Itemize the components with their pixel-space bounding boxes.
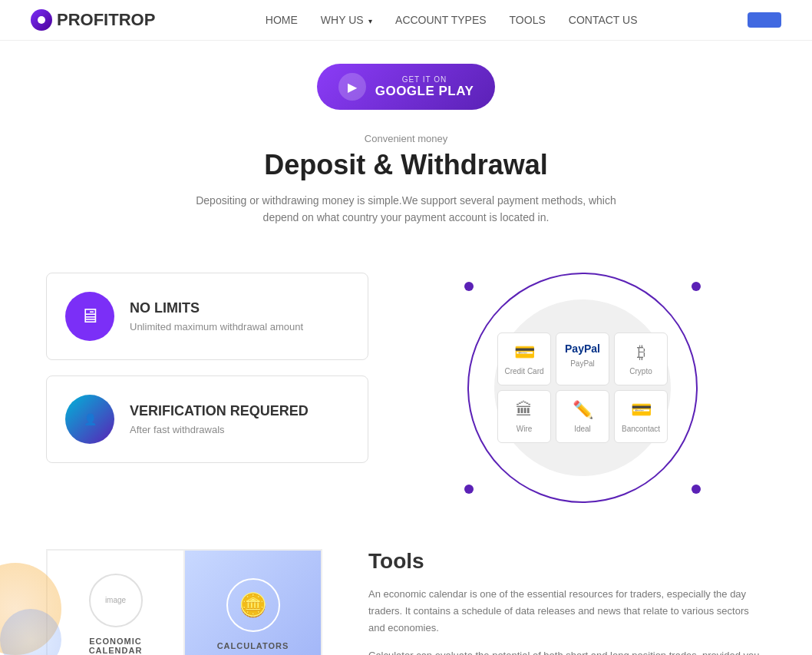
no-limits-icon: 🖥 — [65, 292, 114, 341]
nav-links: HOME WHY US ▾ ACCOUNT TYPES TOOLS CONTAC… — [266, 13, 638, 27]
tools-para-1: An economic calendar is one of the essen… — [368, 586, 766, 637]
deposit-title: Deposit & Withdrawal — [31, 149, 781, 181]
payment-inner-circle: 💳 Credit Card PayPal PayPal ₿ Crypto — [494, 299, 671, 476]
logo-icon — [31, 9, 52, 31]
orbit-dot-top-right — [692, 282, 701, 291]
payment-paypal: PayPal PayPal — [556, 332, 609, 385]
tool-calculators[interactable]: 🪙 CALCULATORS — [184, 550, 322, 655]
google-play-button[interactable]: ▶ GET IT ON GOOGLE PLAY — [317, 64, 496, 110]
payment-credit-card: 💳 Credit Card — [497, 332, 551, 385]
nav-cta-button[interactable] — [748, 12, 781, 28]
logo[interactable]: PROFITROP — [31, 9, 155, 31]
nav-item-contact-us[interactable]: CONTACT US — [569, 13, 638, 27]
gplay-section: ▶ GET IT ON GOOGLE PLAY — [0, 64, 812, 110]
navbar: PROFITROP HOME WHY US ▾ ACCOUNT TYPES TO… — [0, 0, 812, 41]
calculators-label: CALCULATORS — [217, 641, 289, 650]
nav-item-home[interactable]: HOME — [266, 13, 298, 27]
main-content: 🖥 NO LIMITS Unlimited maximum withdrawal… — [0, 257, 812, 518]
payment-grid: 💳 Credit Card PayPal PayPal ₿ Crypto — [482, 317, 683, 458]
payment-circle-container: 💳 Credit Card PayPal PayPal ₿ Crypto — [399, 273, 766, 503]
nav-item-account-types[interactable]: ACCOUNT TYPES — [395, 13, 487, 27]
deposit-section: Convenient money Deposit & Withdrawal De… — [0, 125, 812, 257]
orbit-dot-bottom-left — [464, 485, 474, 494]
economic-calendar-icon-circle: image — [89, 574, 143, 627]
no-limits-card: 🖥 NO LIMITS Unlimited maximum withdrawal… — [46, 273, 368, 360]
payment-ideal: ✏️ Ideal — [556, 390, 609, 443]
no-limits-title: NO LIMITS — [130, 300, 303, 316]
verification-content: VERIFICATION REQUERED After fast withdra… — [130, 403, 309, 435]
tools-section: image ECONOMIC CALENDAR 🪙 CALCULATORS 👥 … — [0, 518, 812, 655]
no-limits-content: NO LIMITS Unlimited maximum withdrawal a… — [130, 300, 303, 332]
payment-crypto: ₿ Crypto — [614, 332, 668, 385]
tools-text: Tools An economic calendar is one of the… — [368, 549, 766, 655]
orbit-circle: 💳 Credit Card PayPal PayPal ₿ Crypto — [467, 273, 698, 503]
tools-heading: Tools — [368, 549, 766, 574]
logo-text: PROFITROP — [57, 10, 155, 30]
deposit-label: Convenient money — [31, 133, 781, 144]
nav-item-tools[interactable]: TOOLS — [510, 13, 546, 27]
verification-icon: 👤 — [65, 395, 114, 444]
no-limits-desc: Unlimited maximum withdrawal amount — [130, 321, 303, 332]
orbit-dot-top-left — [464, 282, 474, 291]
tool-grid: image ECONOMIC CALENDAR 🪙 CALCULATORS 👥 … — [46, 549, 322, 655]
chevron-down-icon: ▾ — [368, 17, 372, 25]
nav-item-why-us[interactable]: WHY US ▾ — [321, 13, 372, 27]
verification-desc: After fast withdrawals — [130, 424, 309, 435]
orbit-dot-bottom-right — [692, 485, 701, 494]
tool-economic-calendar[interactable]: image ECONOMIC CALENDAR — [47, 550, 184, 655]
gplay-text: GET IT ON GOOGLE PLAY — [375, 75, 474, 99]
verification-card: 👤 VERIFICATION REQUERED After fast withd… — [46, 375, 368, 463]
payment-wire: 🏛 Wire — [497, 390, 551, 443]
calculators-icon-circle: 🪙 — [226, 578, 280, 632]
payment-bancontact: 💳 Bancontact — [614, 390, 668, 443]
deposit-description: Depositing or withdrawing money is simpl… — [191, 192, 621, 227]
economic-calendar-label: ECONOMIC CALENDAR — [63, 637, 168, 655]
play-icon: ▶ — [338, 73, 366, 101]
tools-para-2: Calculator can evaluate the potential of… — [368, 647, 766, 655]
feature-cards: 🖥 NO LIMITS Unlimited maximum withdrawal… — [46, 273, 368, 503]
verification-title: VERIFICATION REQUERED — [130, 403, 309, 419]
